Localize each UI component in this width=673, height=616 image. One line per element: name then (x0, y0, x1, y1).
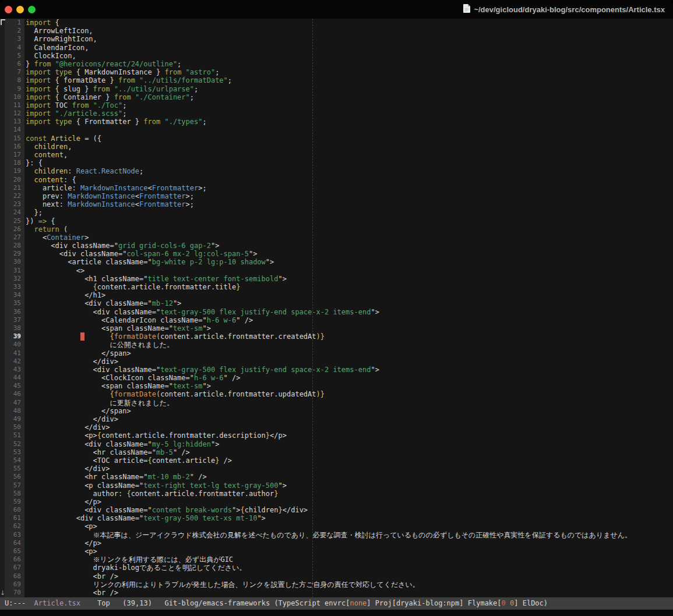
code-line[interactable]: </span> (26, 407, 673, 415)
code-line[interactable]: } from "@heroicons/react/24/outline"; (26, 60, 673, 68)
code-line[interactable]: <div className="text-gray-500 text-xs mt… (26, 514, 673, 522)
code-line[interactable]: <TOC article={content.article} /> (26, 456, 673, 465)
code-line[interactable]: children, (26, 143, 673, 151)
code-line[interactable]: import type { Frontmatter } from "./type… (26, 118, 673, 126)
code-token: content (34, 151, 64, 159)
code-token: content.article.frontmatter.description (101, 431, 266, 440)
code-line[interactable]: {formatDate(content.article.frontmatter.… (26, 390, 673, 398)
code-line[interactable]: <div className="grid grid-cols-6 gap-2"> (26, 242, 673, 250)
code-line[interactable]: <hr className="mt-10 mb-2" /> (26, 473, 673, 481)
code-line[interactable]: children: React.ReactNode; (26, 167, 673, 175)
code-buffer[interactable]: import { ArrowLeftIcon, ArrowRightIcon, … (24, 19, 673, 597)
mode-line[interactable]: U:--- Article.tsx Top (39,13) Git-blog/e… (0, 597, 673, 610)
code-line[interactable]: <p> (26, 522, 673, 530)
line-number: 7 (5, 68, 21, 76)
code-line[interactable]: <ClockIcon className="h-6 w-6" /> (26, 374, 673, 382)
echo-area[interactable] (0, 610, 673, 616)
code-line[interactable]: <div className="my-5 lg:hidden"> (26, 440, 673, 448)
code-line[interactable]: <article className="bg-white p-2 lg:p-10… (26, 258, 673, 266)
code-line[interactable]: import { slug } from "../utils/urlparse"… (26, 85, 673, 93)
code-line[interactable]: const Article = ({ (26, 134, 673, 143)
code-line[interactable]: </span> (26, 349, 673, 357)
code-line[interactable]: <> (26, 267, 673, 275)
code-token: <hr className=" (26, 448, 156, 456)
code-line[interactable] (26, 126, 673, 134)
code-line[interactable]: CalendarIcon, (26, 44, 673, 52)
code-line[interactable]: content: { (26, 176, 673, 184)
line-number: 24 (5, 208, 21, 217)
code-token: mb-12 (152, 299, 173, 307)
code-line[interactable]: {content.article.frontmatter.title} (26, 283, 673, 291)
code-line[interactable]: <div className="text-gray-500 flex justi… (26, 308, 673, 316)
line-number: 32 (5, 275, 21, 283)
code-line[interactable]: ※リンクを利用する際には、必ず出典がGIC (26, 555, 673, 564)
code-token: <div className=" (26, 440, 152, 448)
code-line[interactable]: ArrowLeftIcon, (26, 27, 673, 35)
code-line[interactable]: </div> (26, 357, 673, 366)
code-line[interactable]: }: { (26, 159, 673, 167)
code-line[interactable]: <div className="text-gray-500 flex justi… (26, 366, 673, 374)
code-token: text-right text-lg text-gray-500 (143, 482, 278, 490)
code-line[interactable]: import { formatDate } from "../utils/for… (26, 76, 673, 84)
zoom-button[interactable] (28, 6, 36, 13)
code-token: }) (26, 217, 38, 225)
code-line[interactable]: に公開されました。 (26, 341, 673, 349)
code-line[interactable]: <br /> (26, 572, 673, 580)
code-token: "../utils/urlparse" (114, 85, 194, 93)
code-line[interactable]: <div className="col-span-6 mx-2 lg:col-s… (26, 250, 673, 258)
code-line[interactable]: content, (26, 151, 673, 159)
code-line[interactable]: article: MarkdownInstance<Frontmatter>; (26, 184, 673, 192)
code-line[interactable]: </p> (26, 498, 673, 506)
code-line[interactable]: import { Container } from "./Container"; (26, 93, 673, 101)
code-line[interactable]: <p> (26, 547, 673, 555)
code-line[interactable]: <h1 className="title text-center font-se… (26, 275, 673, 283)
code-line[interactable]: <br /> (26, 589, 673, 597)
code-line[interactable]: リンクの利用によりトラブルが発生した場合、リンクを設置した方ご自身の責任で対応し… (26, 580, 673, 589)
code-line[interactable]: }) => { (26, 217, 673, 225)
code-line[interactable]: </div> (26, 415, 673, 423)
editor-area[interactable]: ↓ 12345678910111213141516171819202122232… (0, 19, 673, 597)
code-token: mt-10 mb-2 (148, 473, 190, 481)
code-line[interactable]: prev: MarkdownInstance<Frontmatter>; (26, 192, 673, 200)
code-line[interactable]: <span className="text-sm"> (26, 324, 673, 332)
code-line[interactable]: <div className="mb-12"> (26, 299, 673, 307)
code-token (26, 332, 80, 341)
code-line[interactable]: ArrowRightIcon, (26, 35, 673, 43)
code-line[interactable]: next: MarkdownInstance<Frontmatter>; (26, 200, 673, 208)
code-line[interactable]: {formatDate(content.article.frontmatter.… (26, 332, 673, 341)
code-line[interactable]: </p> (26, 539, 673, 547)
minimize-button[interactable] (16, 6, 24, 13)
code-line[interactable]: }; (26, 208, 673, 217)
line-number: 45 (5, 382, 21, 390)
code-line[interactable]: に更新されました。 (26, 399, 673, 407)
line-number: 26 (5, 225, 21, 233)
code-line[interactable]: </h1> (26, 291, 673, 299)
code-token: { (126, 490, 131, 498)
code-token: Frontmatter (152, 184, 198, 192)
code-line[interactable]: <Container> (26, 233, 673, 242)
code-line[interactable]: import TOC from "./Toc"; (26, 101, 673, 109)
code-token: </div> (26, 415, 118, 423)
code-token: const (26, 134, 47, 143)
code-line[interactable]: author: {content.article.frontmatter.aut… (26, 490, 673, 498)
code-line[interactable]: </div> (26, 465, 673, 473)
titlebar[interactable]: ~/dev/gicloud/dryaki-blog/src/components… (0, 0, 673, 19)
code-line[interactable]: <p className="text-right text-lg text-gr… (26, 482, 673, 490)
code-line[interactable]: dryaki-blogであることを明記してください。 (26, 564, 673, 572)
code-line[interactable]: ClockIcon, (26, 52, 673, 60)
code-line[interactable]: import { (26, 19, 673, 27)
close-button[interactable] (5, 6, 12, 13)
code-line[interactable]: <hr className="mb-5" /> (26, 448, 673, 456)
code-line[interactable]: import "./article.scss"; (26, 109, 673, 118)
code-line[interactable]: ※本記事は、ジーアイクラウド株式会社の見解を述べたものであり、必要な調査・検討は… (26, 531, 673, 539)
code-line[interactable]: import type { MarkdownInstance } from "a… (26, 68, 673, 76)
code-line[interactable]: <span className="text-sm"> (26, 382, 673, 390)
code-line[interactable]: <p>{content.article.frontmatter.descript… (26, 431, 673, 440)
code-token: : (68, 167, 76, 175)
code-token: prev: (26, 192, 68, 200)
code-line[interactable]: </div> (26, 423, 673, 431)
code-line[interactable]: <CalendarIcon className="h-6 w-6" /> (26, 316, 673, 324)
code-line[interactable]: return ( (26, 225, 673, 233)
code-line[interactable]: <div className="content break-words">{ch… (26, 506, 673, 514)
code-token: content break-words (152, 506, 232, 514)
